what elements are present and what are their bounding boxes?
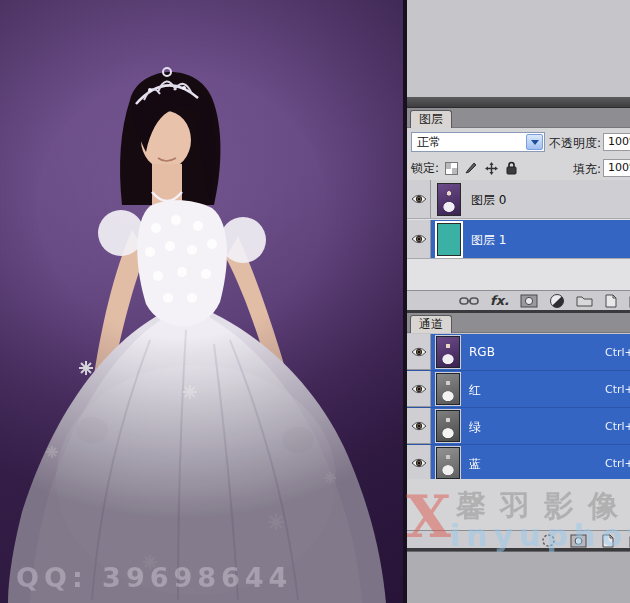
lock-transparency-icon[interactable]: [445, 162, 458, 175]
layer-name[interactable]: 图层 1: [471, 232, 506, 249]
channel-shortcut: Ctrl+4: [605, 420, 630, 433]
tab-channels[interactable]: 通道: [410, 315, 452, 333]
opacity-input[interactable]: 100%: [603, 133, 630, 151]
visibility-toggle[interactable]: [407, 445, 431, 481]
channel-row-blue[interactable]: 蓝 Ctrl+5: [407, 445, 630, 482]
save-selection-as-channel-icon[interactable]: [570, 534, 587, 548]
link-layers-icon[interactable]: [459, 296, 479, 306]
lock-position-icon[interactable]: [484, 161, 499, 176]
layer-thumbnail[interactable]: [437, 183, 461, 216]
layer-thumbnail[interactable]: [437, 223, 461, 256]
eye-icon: [411, 234, 427, 244]
channel-row-green[interactable]: 绿 Ctrl+4: [407, 408, 630, 445]
channel-shortcut: Ctrl+2: [605, 346, 630, 359]
channel-name[interactable]: RGB: [469, 345, 495, 359]
channel-thumbnail[interactable]: [436, 373, 460, 405]
layer-style-icon[interactable]: fx.: [490, 293, 509, 308]
eye-icon: [411, 458, 427, 468]
new-group-icon[interactable]: [576, 294, 593, 307]
channel-shortcut: Ctrl+3: [605, 383, 630, 396]
palette-title-bar[interactable]: [407, 97, 630, 108]
eye-icon: [411, 194, 427, 204]
layer-row-0[interactable]: 图层 0: [407, 180, 630, 219]
visibility-toggle[interactable]: [407, 220, 431, 258]
palette-dock: 图层 正常 不透明度: 100% 锁定:: [403, 0, 630, 603]
channels-tabstrip: 通道: [407, 313, 630, 333]
adjustment-layer-icon[interactable]: [549, 293, 565, 309]
photoshop-workspace: QQ: 39698644 图层 正常 不透明度: 100% 锁定:: [0, 0, 630, 603]
load-selection-icon[interactable]: [541, 533, 556, 548]
dock-empty-area: [407, 0, 630, 97]
visibility-toggle[interactable]: [407, 334, 431, 370]
visibility-toggle[interactable]: [407, 371, 431, 407]
chevron-down-icon[interactable]: [526, 134, 543, 150]
lock-pixels-brush-icon[interactable]: [464, 161, 478, 175]
layers-iconbar: fx.: [407, 290, 630, 310]
channel-name[interactable]: 蓝: [469, 456, 481, 473]
visibility-toggle[interactable]: [407, 180, 431, 218]
channel-thumbnail[interactable]: [436, 336, 460, 368]
channels-iconbar: [407, 530, 630, 550]
layers-controls: 正常 不透明度: 100% 锁定:: [407, 128, 630, 180]
lower-dock-area: [407, 551, 630, 603]
opacity-label: 不透明度:: [549, 135, 601, 152]
visibility-toggle[interactable]: [407, 408, 431, 444]
eye-icon: [411, 384, 427, 394]
channel-name[interactable]: 红: [469, 382, 481, 399]
add-layer-mask-icon[interactable]: [520, 294, 538, 308]
channel-thumbnail[interactable]: [436, 410, 460, 442]
channel-row-red[interactable]: 红 Ctrl+3: [407, 371, 630, 408]
new-layer-icon[interactable]: [604, 294, 618, 308]
tab-layers[interactable]: 图层: [410, 110, 452, 128]
lock-all-icon[interactable]: [505, 161, 518, 175]
blend-mode-value: 正常: [417, 135, 441, 149]
layers-list: 图层 0 图层 1: [407, 180, 630, 290]
eye-icon: [411, 347, 427, 357]
photo-canvas[interactable]: QQ: 39698644: [0, 0, 403, 603]
eye-icon: [411, 421, 427, 431]
channel-name[interactable]: 绿: [469, 419, 481, 436]
photo-vignette: [0, 0, 403, 603]
channels-empty-area: [407, 479, 630, 530]
layer-row-1[interactable]: 图层 1: [407, 220, 630, 259]
fill-input[interactable]: 100%: [603, 159, 630, 177]
fill-label: 填充:: [573, 161, 601, 178]
layers-tabstrip: 图层: [407, 108, 630, 128]
blend-mode-select[interactable]: 正常: [411, 132, 545, 152]
layer-name[interactable]: 图层 0: [471, 192, 506, 209]
new-channel-icon[interactable]: [601, 534, 615, 548]
channel-shortcut: Ctrl+5: [605, 457, 630, 470]
lock-label: 锁定:: [411, 160, 439, 177]
channel-thumbnail[interactable]: [436, 447, 460, 479]
channel-row-rgb[interactable]: RGB Ctrl+2: [407, 334, 630, 371]
lock-row: 锁定:: [411, 158, 518, 178]
qq-watermark: QQ: 39698644: [16, 562, 292, 593]
